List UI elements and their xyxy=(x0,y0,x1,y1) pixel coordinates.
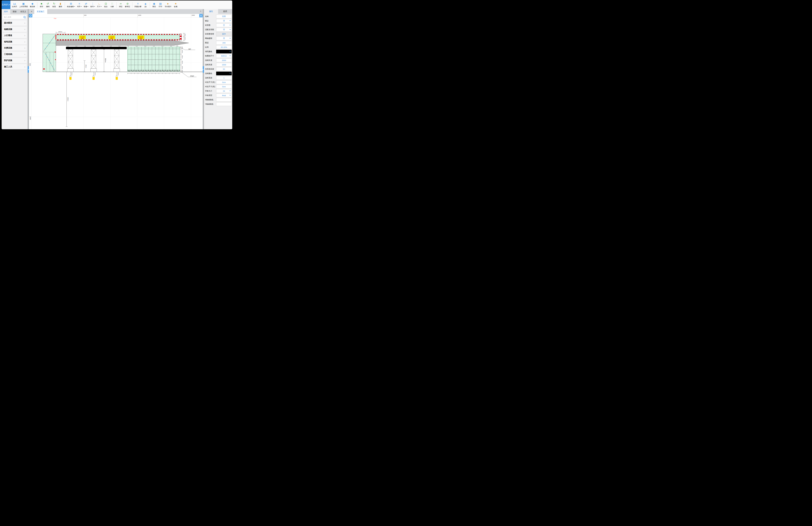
prop-background-image: 背景图空 xyxy=(204,23,232,27)
category-temp-facilities[interactable]: 临建设施› xyxy=(2,27,27,32)
name-field[interactable]: 背景 xyxy=(216,15,232,18)
chevron-right-icon: › xyxy=(25,53,25,56)
category-basic-shapes[interactable]: 基本图形› xyxy=(2,20,27,26)
support-columns[interactable] xyxy=(67,49,120,72)
tab-icons[interactable]: 图标 xyxy=(10,9,19,14)
x-guide-field[interactable] xyxy=(216,98,232,102)
tool-redo[interactable]: ↻恢复 xyxy=(52,2,56,8)
fit-view-button[interactable] xyxy=(199,14,203,17)
category-engineering-structure[interactable]: 工程结构› xyxy=(2,52,27,57)
tool-dimension[interactable]: ∟尺寸 xyxy=(97,2,102,8)
search-icon[interactable] xyxy=(24,16,26,18)
tool-export-image[interactable]: ►导出图片 xyxy=(165,2,172,8)
tool-group[interactable]: ⊡组合 xyxy=(104,2,108,8)
safety-mesh-panel[interactable] xyxy=(128,47,180,72)
border-color-picker[interactable] xyxy=(216,72,232,75)
tool-ungroup[interactable]: ∷分解 xyxy=(110,2,114,8)
tool-scale[interactable]: 1:1比例尺 xyxy=(12,2,17,8)
scale-field[interactable]: 83.33% xyxy=(216,45,232,49)
prop-border-color: 边框颜色 xyxy=(204,71,232,76)
svg-text:进入施工现场: 进入施工现场 xyxy=(80,36,85,38)
fit-background-select[interactable]: 否 xyxy=(216,28,232,31)
walkway-barrier[interactable] xyxy=(56,34,182,41)
drawing-paper[interactable]: 37px xyxy=(31,17,203,129)
tool-undo[interactable]: ↺撤销 xyxy=(46,2,50,8)
tab-layers[interactable]: 图层 xyxy=(218,9,232,14)
left-splitter[interactable] xyxy=(28,9,29,129)
collapse-panel-icon[interactable]: » xyxy=(200,10,201,12)
font-family-select[interactable]: Arial xyxy=(216,93,232,97)
tool-3d[interactable]: ◈3D xyxy=(143,2,148,8)
formwork-beam[interactable] xyxy=(66,47,127,49)
tool-favorite[interactable]: ★收藏 xyxy=(174,2,178,8)
deck-spacer-blocks[interactable] xyxy=(67,45,178,47)
tool-preview[interactable]: ◉预览 xyxy=(152,2,156,8)
svg-text:100cm: 100cm xyxy=(118,72,119,75)
locked-select[interactable]: 否 xyxy=(216,19,232,23)
tool-mirror[interactable]: ⇄镜像 xyxy=(84,2,88,8)
ruler-origin-button[interactable] xyxy=(29,14,32,17)
scaffold-stair-tower[interactable] xyxy=(43,34,56,72)
tool-build-steps[interactable]: ≡拆建步骤 xyxy=(134,2,141,8)
category-pedestrian-passage[interactable]: 人行通道› xyxy=(2,33,27,38)
chevron-right-icon: › xyxy=(25,34,25,37)
walkway-top-rail xyxy=(56,34,182,35)
right-splitter[interactable] xyxy=(203,9,204,129)
y-guide-field[interactable] xyxy=(216,102,232,106)
tab-custom[interactable]: 自定义 xyxy=(19,9,28,14)
add-tab-button[interactable]: + xyxy=(30,10,33,13)
font-size-select[interactable]: 24 xyxy=(216,89,232,93)
chevron-down-icon xyxy=(230,56,231,57)
border-height-field[interactable]: 1500 xyxy=(216,63,232,67)
background-manage-button[interactable]: 操作 xyxy=(216,32,232,36)
tool-save[interactable]: ■保存 xyxy=(40,2,44,8)
tool-print[interactable]: ▤打印 xyxy=(158,2,162,8)
fill-color-picker[interactable] xyxy=(216,50,232,54)
vertical-ruler[interactable]: 500 1000 xyxy=(29,17,31,129)
svg-text:90cm: 90cm xyxy=(135,71,137,72)
svg-text:2000cm: 2000cm xyxy=(68,97,69,101)
tool-bind[interactable]: ∞绑定 xyxy=(119,2,123,8)
tool-paste-offset[interactable]: ⊞粘贴偏移 xyxy=(67,2,75,8)
real-length-field[interactable]: 0cm xyxy=(216,81,232,84)
real-height-field[interactable]: 0cm xyxy=(216,85,232,88)
tool-delete[interactable]: ▮删除 xyxy=(58,2,63,8)
border-width-field[interactable]: 1 xyxy=(216,76,232,80)
app-window: 文件(F) 1:1比例尺 ▣上传背景图 ◆橡皮擦 ■保存 ↺撤销 ↻恢复 ▮删除… xyxy=(2,0,232,129)
document-tab-active[interactable]: 支架施工 xyxy=(34,9,47,14)
tab-components[interactable]: 组件 xyxy=(2,9,10,14)
scale-1-1-icon: 1:1 xyxy=(13,2,16,5)
file-menu-button[interactable]: 文件(F) xyxy=(2,0,10,9)
tool-align[interactable]: ≡对齐 xyxy=(77,2,82,8)
dimension-annotations[interactable] xyxy=(56,32,197,127)
distribute-icon: ⋮ xyxy=(91,2,94,5)
chevron-right-icon: › xyxy=(25,65,25,68)
sidebar-tabs: 组件 图标 自定义 xyxy=(2,9,28,14)
background-image-select[interactable]: 空 xyxy=(216,24,232,27)
collapse-right-handle[interactable] xyxy=(203,66,204,73)
infobox-height-field[interactable]: 50 xyxy=(216,67,232,71)
search-input[interactable] xyxy=(4,16,24,18)
svg-text:120cm: 120cm xyxy=(182,50,183,53)
border-length-field[interactable]: 2000 xyxy=(216,58,232,62)
ungroup-icon: ∷ xyxy=(111,2,113,5)
grid-snap-select[interactable]: 否 xyxy=(216,36,232,40)
tool-upload-background[interactable]: ▣上传背景图 xyxy=(19,2,28,8)
bridge-deck-arrow[interactable] xyxy=(56,41,189,46)
frame-size-select[interactable]: 自定义 xyxy=(216,54,232,58)
chevron-right-icon: › xyxy=(25,28,25,30)
category-construction-workers[interactable]: 施工人员› xyxy=(2,64,27,70)
category-support-facilities[interactable]: 支撑设施› xyxy=(2,45,27,51)
category-protective-facilities[interactable]: 防护设施› xyxy=(2,58,27,63)
horizontal-ruler[interactable]: 500 1000 1500 xyxy=(32,14,199,17)
tab-properties[interactable]: 属性 xyxy=(204,9,218,14)
foundation-piles[interactable] xyxy=(69,76,118,80)
svg-text:90cm: 90cm xyxy=(132,71,134,72)
layer-field[interactable]: 200 xyxy=(216,41,232,45)
tool-distribute[interactable]: ⋮散列 xyxy=(90,2,95,8)
tool-eraser[interactable]: ◆橡皮擦 xyxy=(30,2,35,8)
tool-unbind[interactable]: ⊘解绑定 xyxy=(125,2,130,8)
ruler-mark: 500 xyxy=(29,63,31,66)
category-temp-electric[interactable]: 临电设施› xyxy=(2,39,27,45)
collapse-left-handle[interactable] xyxy=(28,66,29,73)
